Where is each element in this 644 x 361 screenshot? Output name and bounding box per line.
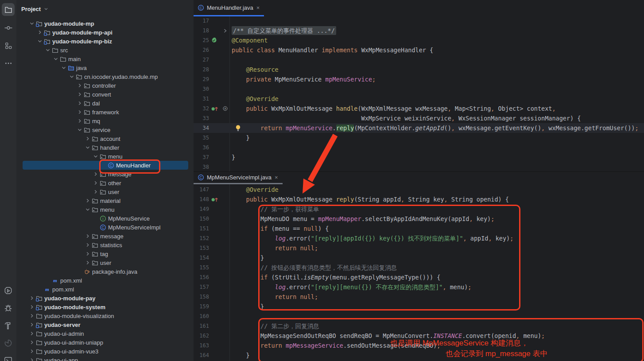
chevron-right-icon[interactable] — [28, 303, 35, 311]
line-number: 157 — [194, 282, 209, 292]
run-icon[interactable] — [2, 284, 15, 297]
tree-item-yudao-server[interactable]: yudao-server — [16, 320, 194, 329]
tree-item-controller[interactable]: controller — [16, 81, 194, 90]
tree-item-label: src — [60, 47, 68, 54]
chevron-right-icon[interactable] — [84, 250, 91, 257]
chevron-right-icon[interactable] — [28, 312, 35, 319]
project-folder-icon[interactable] — [2, 3, 15, 16]
overrides-method-icon[interactable]: a — [211, 104, 230, 113]
tree-item-other[interactable]: other — [16, 179, 194, 187]
chevron-down-icon[interactable] — [60, 64, 67, 71]
tree-item-label: dal — [92, 100, 100, 107]
tree-item-service[interactable]: service — [16, 125, 194, 134]
tree-item-pom-xml[interactable]: mpom.xml — [16, 276, 194, 285]
tree-item-yudao-module-mp[interactable]: yudao-module-mp — [16, 19, 194, 28]
chevron-right-icon[interactable] — [76, 100, 83, 107]
chevron-down-icon[interactable] — [68, 73, 75, 80]
chevron-right-icon[interactable] — [92, 188, 99, 195]
chevron-right-icon[interactable] — [84, 197, 91, 204]
maven-icon: m — [51, 277, 59, 284]
build-icon[interactable] — [2, 319, 15, 332]
tree-item-menu[interactable]: menu — [16, 152, 194, 161]
tree-item-main[interactable]: main — [16, 54, 194, 63]
tree-item-yudao-ui-admin[interactable]: yudao-ui-admin — [16, 329, 194, 338]
chevron-down-icon[interactable] — [44, 47, 51, 54]
chevron-down-icon[interactable] — [92, 153, 99, 160]
tree-item-convert[interactable]: convert — [16, 90, 194, 99]
chevron-right-icon[interactable] — [76, 109, 83, 116]
tree-item-yudao-module-pay[interactable]: yudao-module-pay — [16, 294, 194, 303]
tree-item-tag[interactable]: tag — [16, 249, 194, 258]
line-number: 25 — [194, 35, 209, 45]
chevron-right-icon[interactable] — [84, 135, 91, 142]
chevron-right-icon[interactable] — [28, 339, 35, 346]
tree-item-menu[interactable]: menu — [16, 205, 194, 214]
chevron-down-icon[interactable] — [76, 126, 83, 133]
tree-item-yudao-module-visualization[interactable]: yudao-module-visualization — [16, 311, 194, 320]
line-number: 163 — [194, 341, 209, 350]
spring-bean-icon[interactable] — [211, 35, 230, 45]
tree-item-mpmenuservice[interactable]: IMpMenuService — [16, 214, 194, 223]
chevron-down-icon[interactable] — [84, 206, 91, 213]
tree-item-message[interactable]: message — [16, 170, 194, 179]
chevron-right-icon[interactable] — [28, 295, 35, 302]
chevron-down-icon[interactable] — [36, 38, 43, 45]
chevron-right-icon[interactable] — [36, 29, 43, 36]
chevron-right-icon[interactable] — [92, 171, 99, 178]
tree-item-user[interactable]: user — [16, 187, 194, 196]
tree-item-mpmenuserviceimpl[interactable]: CMpMenuServiceImpl — [16, 223, 194, 232]
tree-item-label: statistics — [100, 242, 122, 248]
chevron-down-icon[interactable] — [28, 20, 35, 27]
chevron-down-icon[interactable] — [84, 144, 91, 151]
chevron-right-icon[interactable] — [28, 321, 35, 328]
chevron-down-icon[interactable] — [43, 6, 49, 12]
tree-item-yudao-ui-admin-uniapp[interactable]: yudao-ui-admin-uniapp — [16, 338, 194, 347]
tree-item-framework[interactable]: framework — [16, 108, 194, 116]
tree-item-statistics[interactable]: statistics — [16, 241, 194, 249]
chevron-right-icon[interactable] — [84, 241, 91, 248]
close-icon[interactable]: × — [256, 5, 260, 11]
overrides-method-icon[interactable] — [211, 194, 230, 204]
debug-icon[interactable] — [2, 302, 15, 314]
tree-item-mq[interactable]: mq — [16, 116, 194, 125]
tree-item-label: yudao-module-mp — [44, 20, 94, 27]
class-icon: C — [198, 4, 204, 11]
tree-item-user[interactable]: user — [16, 258, 194, 267]
more-icon[interactable] — [2, 57, 15, 70]
chevron-right-icon[interactable] — [76, 117, 83, 124]
commit-icon[interactable] — [2, 21, 15, 34]
editor-tab-menuhandler-java[interactable]: CMenuHandler.java× — [194, 0, 264, 16]
chevron-down-icon[interactable] — [52, 55, 59, 62]
tree-item-cn-iocoder-yudao-module-mp[interactable]: cn.iocoder.yudao.module.mp — [16, 72, 194, 81]
tree-item-yudao-module-mp-biz[interactable]: yudao-module-mp-biz — [16, 37, 194, 46]
project-panel-header[interactable]: Project — [16, 0, 194, 18]
editor-tab-mpmenuserviceimpl-java[interactable]: CMpMenuServiceImpl.java× — [194, 172, 283, 184]
tree-item-yudao-ui-app[interactable]: yudao-ui-app — [16, 356, 194, 361]
tree-item-yudao-ui-admin-vue3[interactable]: yudao-ui-admin-vue3 — [16, 347, 194, 356]
tree-item-menuhandler[interactable]: CMenuHandler — [16, 161, 194, 170]
chevron-right-icon[interactable] — [28, 357, 35, 361]
tree-item-handler[interactable]: handler — [16, 143, 194, 152]
tab-label: MenuHandler.java — [207, 4, 253, 11]
chevron-right-icon[interactable] — [84, 259, 91, 266]
tree-item-yudao-module-system[interactable]: yudao-module-system — [16, 303, 194, 311]
tree-item-material[interactable]: material — [16, 196, 194, 205]
chevron-right-icon[interactable] — [76, 91, 83, 98]
tree-item-dal[interactable]: dal — [16, 99, 194, 108]
close-icon[interactable]: × — [275, 175, 278, 180]
tree-item-yudao-module-mp-api[interactable]: yudao-module-mp-api — [16, 28, 194, 37]
chevron-right-icon[interactable] — [76, 82, 83, 89]
structure-icon[interactable] — [2, 39, 15, 52]
tree-item-message[interactable]: message — [16, 232, 194, 241]
chevron-right-icon[interactable] — [84, 233, 91, 240]
tree-item-account[interactable]: account — [16, 134, 194, 143]
tree-item-src[interactable]: src — [16, 46, 194, 54]
terminal-icon[interactable] — [2, 354, 15, 361]
profiler-icon[interactable] — [2, 337, 15, 349]
tree-item-java[interactable]: java — [16, 63, 194, 72]
tree-item-package-info-java[interactable]: package-info.java — [16, 267, 194, 276]
chevron-right-icon[interactable] — [28, 330, 35, 337]
chevron-right-icon[interactable] — [92, 179, 99, 186]
tree-item-pom-xml[interactable]: mpom.xml — [16, 285, 194, 294]
chevron-right-icon[interactable] — [28, 348, 35, 355]
